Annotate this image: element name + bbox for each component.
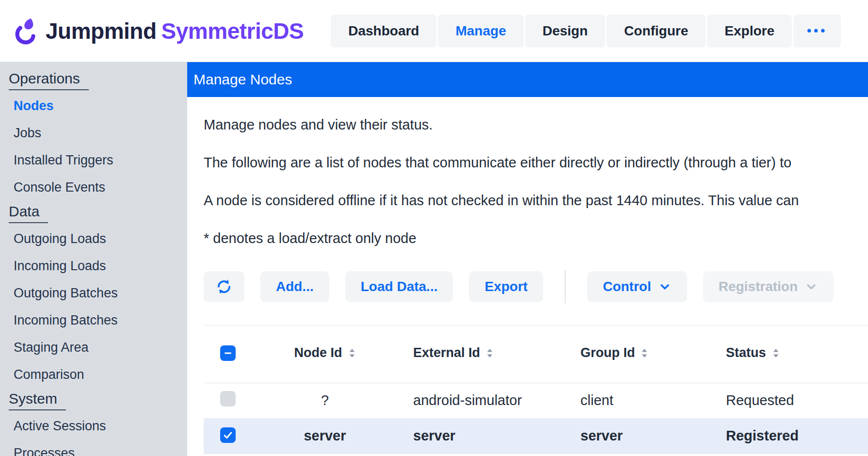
table-header-row: Node Id External Id Group Id Status (204, 326, 868, 383)
column-header-group-id[interactable]: Group Id (565, 326, 710, 383)
sidebar-item-outgoing-batches[interactable]: Outgoing Batches (0, 279, 187, 307)
section-title-label: Data (9, 203, 48, 223)
sidebar-item-processes[interactable]: Processes (0, 440, 187, 456)
sidebar-section-data: Data (9, 201, 187, 225)
column-label: External Id (413, 345, 480, 360)
main-panel: Manage Nodes Manage nodes and view their… (187, 62, 868, 456)
page-content: Manage nodes and view their status. The … (187, 97, 868, 454)
registration-dropdown: Registration (703, 271, 834, 302)
cell-node-id: server (252, 418, 398, 454)
cell-node-id: ? (252, 383, 398, 418)
sidebar-section-operations: Operations (9, 68, 187, 92)
row-checkbox[interactable] (220, 391, 236, 407)
column-label: Status (726, 345, 766, 360)
tab-dashboard[interactable]: Dashboard (331, 15, 436, 48)
row-select-cell (204, 383, 252, 418)
column-label: Node Id (294, 345, 342, 360)
chevron-down-icon (658, 280, 672, 293)
app-header: JumpmindSymmetricDS Dashboard Manage Des… (0, 0, 868, 62)
control-dropdown-label: Control (603, 279, 651, 294)
tab-explore[interactable]: Explore (707, 15, 792, 48)
column-label: Group Id (580, 345, 635, 360)
sort-icon[interactable] (486, 347, 494, 362)
brand-text: JumpmindSymmetricDS (46, 18, 304, 44)
table-row[interactable]: server server server Registered (204, 418, 868, 454)
sidebar-item-comparison[interactable]: Comparison (0, 361, 187, 388)
sidebar-item-incoming-loads[interactable]: Incoming Loads (0, 252, 187, 279)
cell-external-id: server (398, 418, 565, 454)
table-row[interactable]: ? android-simulator client Requested (204, 383, 868, 418)
nodes-table: Node Id External Id Group Id Status (204, 325, 868, 454)
refresh-icon (215, 278, 233, 295)
page-title: Manage Nodes (187, 62, 868, 97)
tab-overflow-menu-icon[interactable]: ••• (793, 15, 841, 48)
select-all-checkbox[interactable] (220, 345, 236, 361)
top-nav: Dashboard Manage Design Configure Explor… (331, 15, 841, 48)
section-title-label: System (9, 391, 66, 410)
app-logo: JumpmindSymmetricDS (14, 16, 304, 46)
control-dropdown[interactable]: Control (587, 271, 687, 302)
row-checkbox[interactable] (220, 427, 236, 443)
section-title-label: Operations (9, 70, 89, 90)
nodes-toolbar: Add... Load Data... Export Control Regis… (204, 270, 868, 303)
sidebar: Operations Nodes Jobs Installed Triggers… (0, 62, 187, 456)
sidebar-item-jobs[interactable]: Jobs (0, 119, 187, 147)
select-all-cell (204, 326, 252, 383)
cell-status: Requested (710, 383, 868, 418)
indeterminate-icon (222, 347, 234, 359)
tab-configure[interactable]: Configure (607, 15, 706, 48)
footnote-text: * denotes a load/extract only node (204, 228, 868, 248)
chevron-down-icon (804, 280, 818, 293)
sidebar-item-console-events[interactable]: Console Events (0, 174, 187, 201)
row-select-cell (204, 418, 252, 454)
sort-icon[interactable] (641, 347, 648, 362)
refresh-button[interactable] (204, 271, 244, 302)
cell-group-id: client (565, 383, 710, 418)
column-header-node-id[interactable]: Node Id (252, 326, 398, 383)
cell-external-id: android-simulator (398, 383, 565, 418)
column-header-status[interactable]: Status (710, 326, 868, 383)
export-button[interactable]: Export (469, 271, 543, 302)
description-text: The following are a list of nodes that c… (204, 152, 868, 173)
sort-icon[interactable] (772, 347, 780, 362)
sidebar-item-nodes[interactable]: Nodes (0, 92, 187, 119)
sidebar-item-incoming-batches[interactable]: Incoming Batches (0, 307, 187, 334)
sidebar-item-staging-area[interactable]: Staging Area (0, 334, 187, 361)
tab-design[interactable]: Design (525, 15, 605, 48)
toolbar-divider (565, 270, 565, 303)
intro-text: Manage nodes and view their status. (204, 114, 868, 135)
sidebar-item-active-sessions[interactable]: Active Sessions (0, 412, 187, 440)
add-button[interactable]: Add... (260, 271, 329, 302)
jumpmind-logo-icon (14, 16, 39, 46)
sidebar-item-outgoing-loads[interactable]: Outgoing Loads (0, 225, 187, 252)
sidebar-section-system: System (9, 388, 187, 412)
load-data-button[interactable]: Load Data... (345, 271, 453, 302)
brand-company: Jumpmind (46, 18, 157, 44)
sidebar-item-installed-triggers[interactable]: Installed Triggers (0, 147, 187, 174)
offline-info-text: A node is considered offline if it has n… (204, 190, 868, 211)
cell-group-id: server (565, 418, 710, 454)
registration-dropdown-label: Registration (719, 279, 798, 294)
brand-product: SymmetricDS (161, 18, 304, 44)
sort-icon[interactable] (348, 347, 356, 362)
cell-status: Registered (710, 418, 868, 454)
column-header-external-id[interactable]: External Id (398, 326, 565, 383)
tab-manage[interactable]: Manage (438, 15, 523, 48)
checkmark-icon (222, 429, 234, 441)
